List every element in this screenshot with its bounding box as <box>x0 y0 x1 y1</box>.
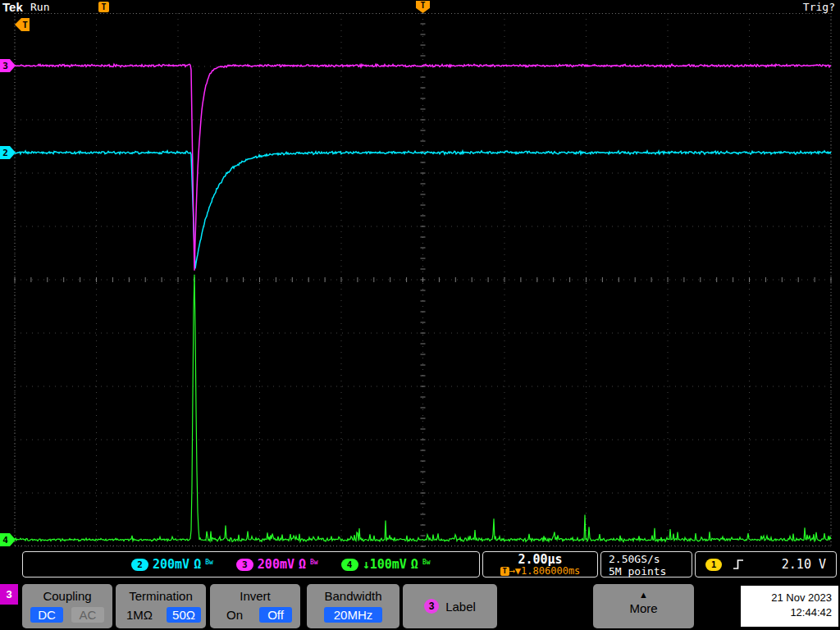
time-text: 12:44:42 <box>747 605 832 620</box>
termination-1mohm-option[interactable]: 1MΩ <box>121 607 158 623</box>
waveform-display: 3 2 4 T <box>0 13 840 550</box>
bandwidth-20mhz-option[interactable]: 20MHz <box>324 607 383 623</box>
more-button[interactable]: ▲ More <box>593 584 694 628</box>
trigger-slope-rising-icon <box>732 558 745 571</box>
ch4-badge: 4 <box>341 559 358 571</box>
top-status-bar: Tek Run T T Trig? <box>0 0 840 13</box>
invert-on-option[interactable]: On <box>218 607 251 623</box>
delay-value: 1.806000ms <box>521 565 580 577</box>
bandwidth-label: Bandwidth <box>307 589 399 603</box>
termination-50ohm-option[interactable]: 50Ω <box>167 607 201 623</box>
trigger-source-badge: 1 <box>705 559 722 571</box>
menu-channel-tab: 3 <box>0 584 18 605</box>
acquisition-status: Run <box>30 1 49 13</box>
delay-readout: T→▼1.806000ms <box>483 566 597 577</box>
invert-button[interactable]: Invert On Off <box>210 584 300 628</box>
acquisition-readout-box: 2.50GS/s 5M points <box>600 551 692 578</box>
coupling-button[interactable]: Coupling DC AC <box>22 584 112 628</box>
trigger-status-text: Trig? <box>803 1 835 13</box>
ch3-scale: 200mV <box>258 557 294 572</box>
trigger-position-flag-icon: T <box>98 2 109 12</box>
timebase-readout: 2.00µs <box>483 553 597 566</box>
channel-marker-4-number: 4 <box>2 535 8 546</box>
channel-marker-2[interactable]: 2 <box>0 146 16 159</box>
channel-marker-2-number: 2 <box>2 148 8 158</box>
termination-label: Termination <box>116 589 206 603</box>
channel-marker-4[interactable]: 4 <box>0 533 16 546</box>
ch2-badge: 2 <box>131 559 148 571</box>
label-channel-badge: 3 <box>424 599 439 614</box>
date-time-box: 21 Nov 2023 12:44:42 <box>741 586 838 627</box>
ch2-readout: 2 200mV Ω Bw <box>131 557 213 572</box>
channel-marker-3[interactable]: 3 <box>0 59 16 72</box>
oscilloscope-screen: Tek Run T T Trig? 3 2 4 <box>0 0 840 630</box>
ch3-bandwidth-limit-icon: Bw <box>310 559 318 566</box>
record-length-readout: 5M points <box>609 565 692 578</box>
ch4-impedance: Ω <box>411 557 418 572</box>
ch3-readout: 3 200mV Ω Bw <box>236 557 318 572</box>
more-up-arrow-icon: ▲ <box>593 590 694 600</box>
trigger-offscreen-left-marker: T <box>15 18 30 31</box>
ch4-bandwidth-limit-icon: Bw <box>422 559 431 566</box>
bandwidth-button[interactable]: Bandwidth 20MHz <box>307 584 399 628</box>
trace-ch3 <box>15 64 831 270</box>
trigger-readout-box: 1 2.10 V <box>695 551 837 578</box>
more-label: More <box>593 601 694 615</box>
ch2-bandwidth-limit-icon: Bw <box>205 559 213 566</box>
ch3-badge: 3 <box>236 559 253 571</box>
horizontal-readout-box: 2.00µs T→▼1.806000ms <box>482 551 598 578</box>
trigger-center-marker-icon: T <box>416 1 430 13</box>
label-text: Label <box>445 600 476 614</box>
coupling-ac-option[interactable]: AC <box>71 607 104 623</box>
termination-button[interactable]: Termination 1MΩ 50Ω <box>116 584 206 628</box>
coupling-label: Coupling <box>22 589 112 603</box>
ch4-scale: ↓100mV <box>363 557 407 572</box>
ch3-impedance: Ω <box>299 557 306 572</box>
graticule-grid <box>15 13 831 546</box>
trigger-level-readout: 2.10 V <box>782 557 826 572</box>
ch2-impedance: Ω <box>194 557 201 572</box>
coupling-dc-option[interactable]: DC <box>30 607 63 623</box>
channel-marker-3-number: 3 <box>2 61 8 71</box>
ch2-scale: 200mV <box>153 557 189 572</box>
readout-bar: 2 200mV Ω Bw 3 200mV Ω Bw 4 ↓100mV Ω Bw … <box>0 550 840 581</box>
tek-logo: Tek <box>2 0 23 14</box>
ch4-readout: 4 ↓100mV Ω Bw <box>341 557 431 572</box>
invert-off-option[interactable]: Off <box>259 607 292 623</box>
graticule-area: 3 2 4 T <box>0 13 840 550</box>
channel-readouts-box: 2 200mV Ω Bw 3 200mV Ω Bw 4 ↓100mV Ω Bw <box>22 551 480 578</box>
invert-label: Invert <box>210 589 300 603</box>
trigger-offscreen-left-label: T <box>22 20 28 30</box>
delay-trigger-icon: T <box>500 567 509 576</box>
channel-menu-bar: 3 Coupling DC AC Termination 1MΩ 50Ω Inv… <box>0 582 840 630</box>
delay-arrows-icon: →▼ <box>509 565 521 577</box>
date-text: 21 Nov 2023 <box>747 591 832 605</box>
label-button[interactable]: 3 Label <box>403 584 497 628</box>
sample-rate-readout: 2.50GS/s <box>609 553 692 565</box>
